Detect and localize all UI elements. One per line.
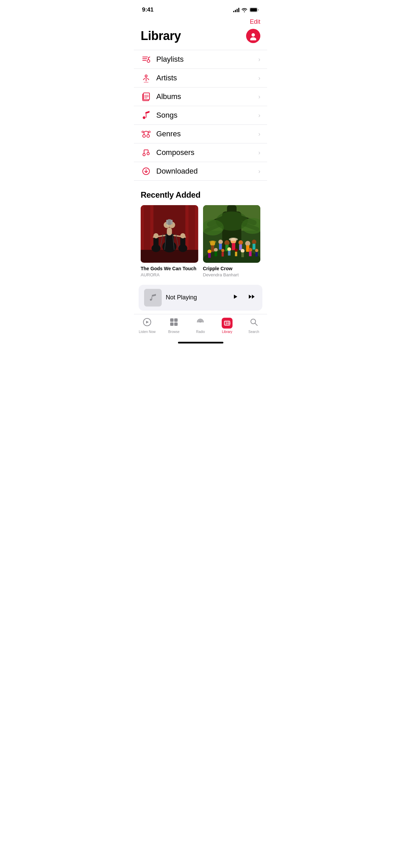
svg-point-26: [149, 131, 151, 133]
battery-icon: [249, 7, 259, 12]
artists-label: Artists: [156, 74, 258, 82]
songs-icon: [141, 111, 152, 120]
library-item-composers[interactable]: Composers ›: [134, 143, 267, 162]
svg-rect-107: [170, 318, 174, 322]
tab-library[interactable]: Library: [214, 318, 241, 334]
library-item-genres[interactable]: Genres ›: [134, 125, 267, 143]
svg-rect-93: [235, 252, 237, 256]
composers-icon: [141, 149, 152, 157]
svg-rect-16: [143, 93, 149, 100]
svg-point-92: [235, 249, 238, 252]
header-actions: Edit: [134, 17, 267, 29]
downloaded-chevron: ›: [258, 168, 260, 175]
svg-point-74: [224, 240, 229, 245]
tab-search[interactable]: Search: [240, 318, 267, 334]
album-card-1[interactable]: The Gods We Can Touch AURORA: [141, 205, 198, 278]
browse-icon: [169, 318, 178, 329]
svg-point-104: [216, 212, 247, 231]
albums-icon: [141, 92, 152, 101]
library-item-playlists[interactable]: Playlists ›: [134, 50, 267, 69]
songs-chevron: ›: [258, 112, 260, 119]
album-2-artist: Devendra Banhart: [203, 272, 261, 278]
svg-point-11: [145, 75, 147, 77]
playlists-chevron: ›: [258, 56, 260, 63]
tab-radio[interactable]: Radio: [187, 318, 214, 334]
library-item-albums[interactable]: Albums ›: [134, 87, 267, 106]
album-art-1: [141, 205, 198, 263]
svg-point-27: [143, 154, 145, 156]
search-icon: [249, 318, 258, 329]
page-title: Library: [141, 29, 181, 43]
status-bar: 9:41: [134, 0, 267, 17]
svg-rect-110: [174, 322, 178, 326]
svg-rect-108: [174, 318, 178, 322]
home-indicator: [178, 342, 223, 343]
svg-rect-59: [180, 238, 185, 249]
signal-icon: [233, 7, 239, 12]
svg-line-9: [148, 57, 150, 58]
composers-label: Composers: [156, 148, 258, 157]
svg-point-101: [209, 241, 216, 243]
svg-rect-71: [211, 245, 214, 252]
album-1-title: The Gods We Can Touch: [141, 265, 198, 272]
artists-icon: [141, 74, 152, 82]
svg-point-84: [207, 250, 211, 253]
svg-rect-89: [221, 252, 224, 256]
now-playing-title: Not Playing: [166, 294, 226, 301]
svg-point-3: [250, 37, 256, 40]
svg-point-80: [245, 241, 250, 246]
status-icons: [233, 7, 259, 12]
tab-browse-label: Browse: [168, 330, 179, 334]
tab-library-label: Library: [222, 330, 233, 334]
profile-button[interactable]: [246, 29, 260, 43]
svg-point-72: [218, 240, 223, 244]
album-artwork-devendra: [203, 205, 261, 263]
album-1-artist: AURORA: [141, 272, 198, 278]
play-button[interactable]: [230, 292, 240, 304]
library-item-songs[interactable]: Songs ›: [134, 106, 267, 125]
albums-chevron: ›: [258, 93, 260, 100]
svg-rect-83: [252, 244, 255, 250]
album-2-title: Cripple Crow: [203, 265, 261, 272]
svg-point-98: [255, 249, 258, 252]
svg-point-28: [147, 153, 149, 155]
svg-point-25: [142, 131, 144, 133]
songs-label: Songs: [156, 111, 258, 120]
tab-listen-now-label: Listen Now: [139, 330, 156, 334]
tab-radio-label: Radio: [196, 330, 205, 334]
svg-rect-91: [228, 251, 230, 256]
svg-rect-85: [208, 253, 211, 258]
album-artwork-aurora: [141, 205, 198, 263]
svg-point-90: [227, 247, 231, 251]
album-card-2[interactable]: Cripple Crow Devendra Banhart: [203, 205, 261, 278]
downloaded-label: Downloaded: [156, 167, 258, 176]
svg-point-111: [200, 321, 201, 322]
now-playing-bar[interactable]: Not Playing: [139, 285, 262, 311]
svg-point-21: [143, 135, 145, 137]
svg-rect-87: [214, 252, 217, 256]
forward-button[interactable]: [246, 292, 257, 304]
tab-browse[interactable]: Browse: [161, 318, 187, 334]
genres-icon: [141, 130, 152, 138]
recently-added-title: Recently Added: [134, 181, 267, 205]
now-playing-thumbnail: [144, 289, 162, 307]
svg-point-78: [238, 240, 243, 245]
albums-label: Albums: [156, 92, 258, 101]
svg-rect-41: [165, 234, 174, 248]
edit-button[interactable]: Edit: [250, 18, 260, 25]
now-playing-controls: [230, 292, 257, 304]
svg-point-96: [248, 248, 252, 252]
album-grid: The Gods We Can Touch AURORA: [134, 205, 267, 278]
svg-rect-42: [167, 228, 172, 236]
library-icon: [222, 318, 233, 329]
svg-rect-49: [166, 220, 168, 224]
playlists-label: Playlists: [156, 55, 258, 64]
svg-line-13: [143, 78, 145, 80]
library-list: Playlists › Artists › Albu: [134, 50, 267, 181]
library-item-artists[interactable]: Artists ›: [134, 69, 267, 87]
library-item-downloaded[interactable]: Downloaded ›: [134, 162, 267, 181]
status-time: 9:41: [142, 6, 154, 13]
svg-point-2: [252, 33, 255, 37]
tab-listen-now[interactable]: Listen Now: [134, 318, 161, 334]
artists-chevron: ›: [258, 75, 260, 82]
